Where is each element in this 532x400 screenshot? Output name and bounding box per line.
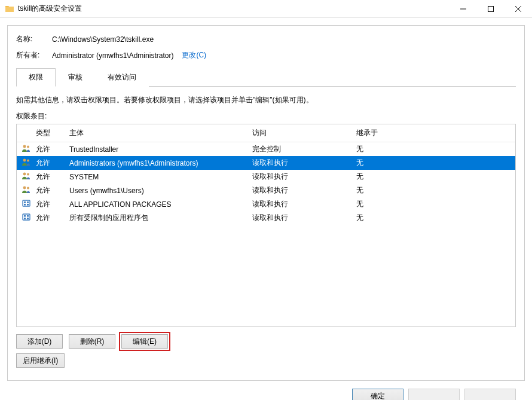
column-type[interactable]: 类型 — [36, 128, 69, 138]
cell-access: 读取和执行 — [252, 158, 356, 168]
help-text: 如需其他信息，请双击权限项目。若要修改权限项目，请选择该项目并单击"编辑"(如果… — [16, 95, 516, 105]
cell-access: 读取和执行 — [252, 172, 356, 182]
svg-point-2 — [27, 146, 29, 148]
titlebar: tskill的高级安全设置 — [0, 0, 532, 18]
change-owner-link[interactable]: 更改(C) — [182, 50, 206, 60]
ok-button[interactable]: 确定 — [352, 389, 403, 400]
table-row[interactable]: 允许SYSTEM读取和执行无 — [17, 170, 515, 184]
edit-button[interactable]: 编辑(E) — [121, 334, 168, 349]
table-row[interactable]: 允许TrustedInstaller完全控制无 — [17, 142, 515, 156]
table-row[interactable]: 允许所有受限制的应用程序包读取和执行无 — [17, 211, 515, 225]
cell-type: 允许 — [36, 158, 69, 168]
dialog-buttons: 确定 — [352, 389, 516, 400]
apply-button[interactable] — [464, 389, 516, 400]
cell-principal: ALL APPLICATION PACKAGES — [69, 200, 252, 209]
users-icon — [19, 158, 36, 168]
minimize-button[interactable] — [450, 0, 477, 17]
svg-rect-11 — [27, 201, 29, 203]
cell-type: 允许 — [36, 213, 69, 223]
column-access[interactable]: 访问 — [252, 128, 356, 138]
column-icon — [19, 128, 36, 138]
enable-inherit-button[interactable]: 启用继承(I) — [16, 353, 65, 368]
table-row[interactable]: 允许Users (ymwfhs1\Users)读取和执行无 — [17, 184, 515, 197]
owner-value: Administrator (ymwfhs1\Administrator) — [52, 51, 173, 60]
svg-point-8 — [27, 187, 29, 190]
cell-type: 允许 — [36, 144, 69, 154]
cell-inherited: 无 — [356, 199, 513, 209]
table-row[interactable]: 允许ALL APPLICATION PACKAGES读取和执行无 — [17, 197, 515, 211]
svg-rect-10 — [24, 201, 26, 203]
owner-row: 所有者: Administrator (ymwfhs1\Administrato… — [16, 50, 516, 60]
main-panel: 名称: C:\Windows\System32\tskill.exe 所有者: … — [7, 25, 525, 381]
cell-principal: Users (ymwfhs1\Users) — [69, 187, 252, 195]
cell-type: 允许 — [36, 185, 69, 196]
name-label: 名称: — [16, 34, 52, 44]
owner-label: 所有者: — [16, 50, 52, 60]
cell-access: 读取和执行 — [252, 185, 356, 196]
column-inherited[interactable]: 继承于 — [356, 128, 513, 138]
svg-point-4 — [27, 160, 29, 162]
cell-principal: Administrators (ymwfhs1\Administrators) — [69, 159, 252, 167]
action-buttons: 添加(D) 删除(R) 编辑(E) — [16, 334, 516, 349]
cell-inherited: 无 — [356, 172, 513, 182]
entries-label: 权限条目: — [16, 111, 516, 121]
remove-button[interactable]: 删除(R) — [69, 334, 115, 349]
cell-principal: 所有受限制的应用程序包 — [69, 213, 252, 223]
inherit-buttons: 启用继承(I) — [16, 353, 516, 368]
users-icon — [19, 144, 36, 154]
window-title: tskill的高级安全设置 — [18, 4, 450, 14]
close-button[interactable] — [505, 0, 532, 17]
add-button[interactable]: 添加(D) — [16, 334, 63, 349]
table-body: 允许TrustedInstaller完全控制无允许Administrators … — [17, 142, 515, 225]
package-icon — [19, 199, 36, 209]
table-row[interactable]: 允许Administrators (ymwfhs1\Administrators… — [17, 156, 515, 170]
svg-point-7 — [23, 187, 26, 190]
users-icon — [19, 172, 36, 182]
svg-rect-18 — [27, 218, 29, 219]
column-principal[interactable]: 主体 — [69, 128, 252, 138]
svg-rect-13 — [27, 204, 29, 206]
svg-rect-0 — [488, 6, 494, 11]
content-area: 名称: C:\Windows\System32\tskill.exe 所有者: … — [0, 18, 532, 388]
svg-rect-9 — [23, 200, 30, 206]
name-row: 名称: C:\Windows\System32\tskill.exe — [16, 34, 516, 44]
cell-inherited: 无 — [356, 213, 513, 223]
svg-rect-16 — [27, 215, 29, 217]
tab-permissions[interactable]: 权限 — [16, 68, 56, 87]
cell-type: 允许 — [36, 172, 69, 182]
svg-rect-15 — [24, 215, 26, 217]
cell-principal: SYSTEM — [69, 173, 252, 181]
cell-access: 读取和执行 — [252, 213, 356, 223]
cell-type: 允许 — [36, 199, 69, 209]
tabs: 权限 审核 有效访问 — [16, 68, 516, 87]
svg-rect-12 — [24, 204, 26, 206]
tab-effective-access[interactable]: 有效访问 — [95, 68, 149, 87]
cancel-button[interactable] — [408, 389, 460, 400]
svg-point-6 — [27, 173, 29, 176]
svg-rect-17 — [24, 218, 26, 219]
folder-icon — [5, 4, 14, 14]
users-icon — [19, 185, 36, 196]
svg-point-5 — [23, 173, 26, 176]
cell-access: 读取和执行 — [252, 199, 356, 209]
cell-principal: TrustedInstaller — [69, 145, 252, 154]
permissions-table: 类型 主体 访问 继承于 允许TrustedInstaller完全控制无允许Ad… — [16, 124, 516, 327]
cell-access: 完全控制 — [252, 144, 356, 154]
cell-inherited: 无 — [356, 144, 513, 154]
cell-inherited: 无 — [356, 185, 513, 196]
package-icon — [19, 213, 36, 223]
name-value: C:\Windows\System32\tskill.exe — [52, 35, 154, 44]
svg-point-1 — [23, 145, 26, 148]
svg-rect-14 — [23, 214, 30, 220]
window-controls — [450, 0, 532, 17]
table-header: 类型 主体 访问 继承于 — [17, 124, 515, 142]
cell-inherited: 无 — [356, 158, 513, 168]
svg-point-3 — [23, 159, 26, 162]
maximize-button[interactable] — [477, 0, 505, 17]
tab-audit[interactable]: 审核 — [56, 68, 95, 87]
